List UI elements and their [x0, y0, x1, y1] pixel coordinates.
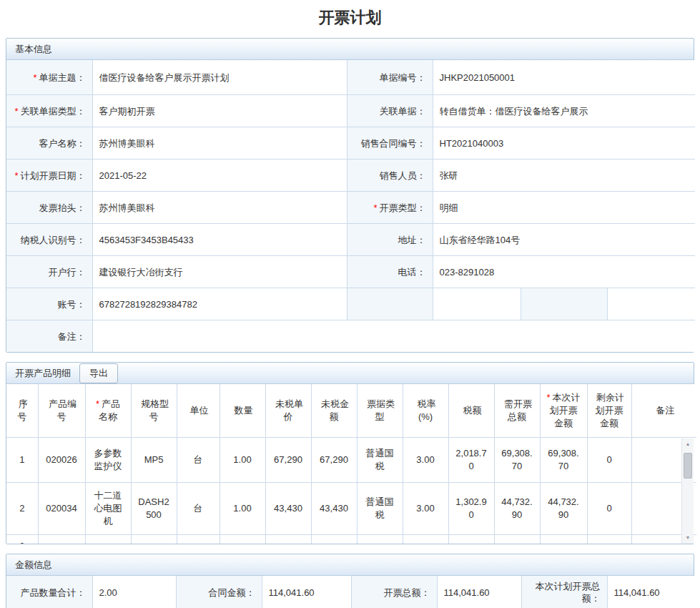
- bank-value: 建设银行大冶街支行: [92, 256, 347, 288]
- bank-label: 开户行：: [6, 256, 92, 288]
- contract-no-value: HT2021040003: [433, 127, 695, 160]
- products-panel: 开票产品明细 导出 序号 产品编号 *产品名称 规格型号 单位 数量 未税单价 …: [6, 362, 694, 544]
- current-plan-total-label: 本次计划开票总额：: [521, 576, 607, 608]
- row-subject: *单据主题： 借医疗设备给客户展示开票计划 单据编号： JHKP20210500…: [6, 60, 695, 95]
- cell-remaining-plan-amount: 0: [587, 483, 631, 535]
- col-product-name: *产品名称: [85, 384, 131, 438]
- doc-no-label: 单据编号：: [347, 60, 433, 95]
- col-total-to-invoice: 需开票总额: [494, 384, 540, 438]
- cell-current-plan-amount: 69,308.70: [540, 438, 587, 483]
- col-remaining-plan-amount: 剩余计划开票金额: [587, 384, 631, 438]
- page-title: 开票计划: [0, 0, 700, 38]
- account-value: 6782728192829384782: [92, 288, 347, 320]
- required-asterisk: *: [33, 72, 36, 83]
- cell-total-to-invoice: 69,308.70: [494, 438, 540, 483]
- cell-quantity: 1.00: [220, 483, 265, 535]
- cell-spec-model: MP5: [131, 438, 177, 483]
- cell-unit: 台: [177, 483, 220, 535]
- basic-info-title: 基本信息: [15, 39, 52, 59]
- plan-date-label: *计划开票日期：: [6, 160, 92, 192]
- cell-tax-rate: 3.00: [403, 438, 448, 483]
- products-header: 开票产品明细 导出: [6, 363, 694, 384]
- cell-untaxed-price: 43,430: [265, 483, 311, 535]
- address-value: 山东省经华路104号: [433, 224, 695, 256]
- products-header-row: 序号 产品编号 *产品名称 规格型号 单位 数量 未税单价 未税金额 票据类型 …: [6, 384, 696, 438]
- cell-product-code: 020034: [38, 483, 85, 535]
- amounts-table: 产品数量合计： 2.00 合同金额： 114,041.60 开票总额： 114,…: [6, 576, 695, 608]
- contract-amount-value: 114,041.60: [262, 576, 351, 608]
- row-tax-id: 纳税人识别号： 4563453F3453B45433 地址： 山东省经华路104…: [6, 224, 695, 256]
- basic-info-panel: 基本信息 *单据主题： 借医疗设备给客户展示开票计划 单据编号： JHKP202…: [6, 38, 694, 353]
- invoice-type-label: *开票类型：: [347, 192, 433, 224]
- related-type-label: *关联单据类型：: [6, 95, 92, 127]
- cell-product-code: 020026: [38, 438, 85, 483]
- cell-seq: 3: [6, 535, 38, 544]
- subject-value: 借医疗设备给客户展示开票计划: [92, 60, 347, 95]
- row-plan-date: *计划开票日期： 2021-05-22 销售人员： 张研: [6, 160, 695, 192]
- scrollbar-thumb[interactable]: [684, 453, 692, 479]
- col-bill-type: 票据类型: [357, 384, 403, 438]
- cell-tax-amount: 2,018.70: [448, 438, 494, 483]
- col-unit: 单位: [177, 384, 220, 438]
- cell-untaxed-price: 67,290: [265, 438, 311, 483]
- amounts-title: 金额信息: [15, 554, 52, 575]
- cell-untaxed-amount: 43,430: [311, 483, 357, 535]
- scroll-down-arrow-icon[interactable]: ▼: [682, 534, 694, 542]
- basic-info-header: 基本信息: [6, 39, 694, 60]
- invoice-type-value: 明细: [433, 192, 695, 224]
- required-asterisk: *: [373, 202, 377, 213]
- product-row-partial: 3: [6, 535, 696, 544]
- required-asterisk: *: [14, 170, 18, 181]
- empty-value-cell: [433, 288, 521, 320]
- row-bank: 开户行： 建设银行大冶街支行 电话： 023-8291028: [6, 256, 695, 288]
- product-row: 1 020026 多参数监护仪 MP5 台 1.00 67,290 67,290…: [6, 438, 696, 483]
- cell-untaxed-amount: 67,290: [311, 438, 357, 483]
- related-type-value: 客户期初开票: [92, 95, 347, 127]
- remark-value: [92, 320, 695, 353]
- col-product-code: 产品编号: [38, 384, 85, 438]
- row-account: 账号： 6782728192829384782: [6, 288, 695, 320]
- customer-value: 苏州博美眼科: [92, 127, 347, 160]
- scroll-up-arrow-icon[interactable]: ▲: [682, 440, 694, 448]
- cell-tax-rate: 3.00: [403, 483, 448, 535]
- col-untaxed-price: 未税单价: [265, 384, 311, 438]
- row-invoice-title: 发票抬头： 苏州博美眼科 *开票类型： 明细: [6, 192, 695, 224]
- address-label: 地址：: [347, 224, 433, 256]
- export-button[interactable]: 导出: [79, 363, 118, 383]
- cell-tax-amount: 1,302.90: [448, 483, 494, 535]
- col-current-plan-amount: *本次计划开票金额: [540, 384, 587, 438]
- row-customer: 客户名称： 苏州博美眼科 销售合同编号： HT2021040003: [6, 127, 695, 160]
- row-related-type: *关联单据类型： 客户期初开票 关联单据： 转自借货单：借医疗设备给客户展示: [6, 95, 695, 127]
- tax-id-value: 4563453F3453B45433: [92, 224, 347, 256]
- qty-total-value: 2.00: [92, 576, 176, 608]
- contract-amount-label: 合同金额：: [176, 576, 262, 608]
- cell-current-plan-amount: 44,732.90: [540, 483, 587, 535]
- table-vertical-scrollbar: ▲ ▼: [681, 438, 694, 544]
- col-seq: 序号: [6, 384, 38, 438]
- phone-label: 电话：: [347, 256, 433, 288]
- cell-seq: 1: [6, 438, 38, 483]
- subject-label: *单据主题：: [6, 60, 92, 95]
- cell-unit: 台: [177, 438, 220, 483]
- cell-total-to-invoice: 44,732.90: [494, 483, 540, 535]
- col-tax-rate: 税率(%): [403, 384, 448, 438]
- doc-no-value: JHKP2021050001: [433, 60, 695, 95]
- amounts-panel: 金额信息 产品数量合计： 2.00 合同金额： 114,041.60 开票总额：…: [6, 554, 694, 608]
- amounts-row-1: 产品数量合计： 2.00 合同金额： 114,041.60 开票总额： 114,…: [6, 576, 695, 608]
- invoice-total-value: 114,041.60: [437, 576, 521, 608]
- products-title: 开票产品明细: [15, 363, 71, 383]
- cell-product-name: 十二道心电图机: [85, 483, 131, 535]
- empty-label-cell: [521, 288, 607, 320]
- required-asterisk: *: [14, 106, 18, 117]
- products-table: 序号 产品编号 *产品名称 规格型号 单位 数量 未税单价 未税金额 票据类型 …: [6, 384, 696, 544]
- col-tax-amount: 税额: [448, 384, 494, 438]
- related-doc-label: 关联单据：: [347, 95, 433, 127]
- cell-spec-model: DASH2500: [131, 483, 177, 535]
- amounts-header: 金额信息: [6, 554, 694, 576]
- customer-label: 客户名称：: [6, 127, 92, 160]
- product-row: 2 020034 十二道心电图机 DASH2500 台 1.00 43,430 …: [6, 483, 696, 535]
- col-remark: 备注: [631, 384, 696, 438]
- col-spec-model: 规格型号: [131, 384, 177, 438]
- salesperson-value: 张研: [433, 160, 695, 192]
- invoice-total-label: 开票总额：: [351, 576, 437, 608]
